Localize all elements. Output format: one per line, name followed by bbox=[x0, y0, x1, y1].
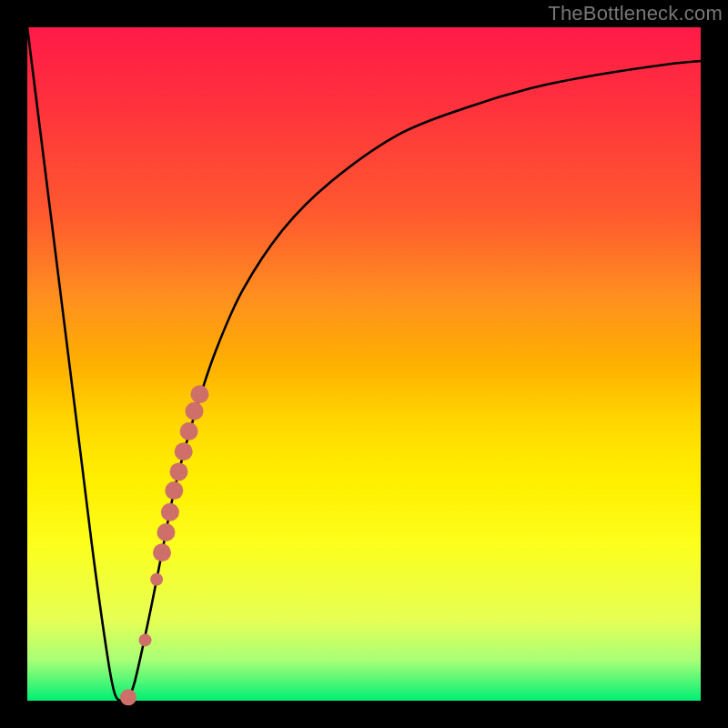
chart-frame: TheBottleneck.com bbox=[0, 0, 728, 728]
highlight-dot bbox=[170, 462, 188, 480]
plot-area bbox=[27, 27, 701, 701]
highlight-dot bbox=[153, 543, 171, 561]
highlight-dot bbox=[186, 402, 204, 420]
highlight-dot bbox=[165, 481, 183, 500]
highlight-dot bbox=[175, 442, 193, 460]
highlight-dot bbox=[139, 633, 152, 646]
chart-svg bbox=[27, 27, 701, 701]
highlight-dot bbox=[120, 689, 136, 705]
bottleneck-curve bbox=[27, 27, 701, 701]
highlight-dot bbox=[157, 523, 175, 541]
highlight-dot bbox=[180, 422, 198, 440]
highlight-dots bbox=[120, 385, 208, 705]
highlight-dot bbox=[190, 385, 208, 403]
highlight-dot bbox=[150, 573, 163, 586]
highlight-dot bbox=[161, 503, 179, 521]
watermark-text: TheBottleneck.com bbox=[548, 2, 723, 25]
